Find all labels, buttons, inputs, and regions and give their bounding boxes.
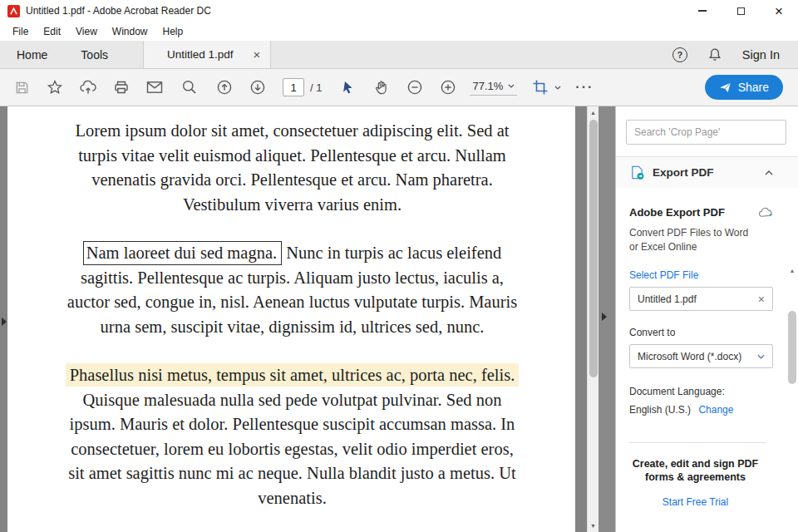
panel-scrollbar[interactable]: ▲ ▼ xyxy=(788,268,796,532)
text-line: Vestibulum viverra varius enim. xyxy=(44,193,540,218)
main-area: Lorem ipsum dolor sit amet, consectetuer… xyxy=(0,106,798,532)
print-icon[interactable] xyxy=(110,76,133,99)
document-language-row: English (U.S.) Change xyxy=(629,404,773,416)
chevron-down-icon xyxy=(508,84,515,88)
crop-tool-chevron-icon[interactable] xyxy=(552,76,564,99)
chevron-down-icon xyxy=(757,354,765,359)
save-icon[interactable] xyxy=(10,76,33,99)
tools-panel: Export PDF Adobe Export PDF Convert PDF … xyxy=(615,106,798,532)
panel-toggle-strip xyxy=(598,106,615,532)
left-pane-toggle[interactable] xyxy=(0,313,7,331)
text-segment: Nunc in turpis ac lacus eleifend xyxy=(282,244,501,262)
adobe-export-pdf-title: Adobe Export PDF xyxy=(629,206,725,219)
sign-in-button[interactable]: Sign In xyxy=(742,48,780,62)
zoom-in-icon[interactable] xyxy=(436,76,460,99)
scroll-up-icon[interactable]: ▲ xyxy=(588,106,598,119)
title-bar: Untitled 1.pdf - Adobe Acrobat Reader DC… xyxy=(0,0,798,22)
panel-scroll-up-icon[interactable]: ▲ xyxy=(788,268,796,273)
menu-bar: File Edit View Window Help xyxy=(0,22,798,41)
menu-edit[interactable]: Edit xyxy=(36,23,68,40)
selection-tool-icon[interactable] xyxy=(337,76,360,99)
tab-document[interactable]: Untitled 1.pdf × xyxy=(143,41,271,68)
zoom-level-value: 77.1% xyxy=(472,80,503,92)
promo-text: Create, edit and sign PDF forms & agreem… xyxy=(629,457,773,484)
convert-format-dropdown[interactable]: Microsoft Word (*.docx) xyxy=(629,344,773,368)
text-line: Nam laoreet dui sed magna. Nunc in turpi… xyxy=(44,241,540,266)
selected-file-chip: Untitled 1.pdf × xyxy=(629,287,773,311)
close-button[interactable]: × xyxy=(760,0,798,22)
menu-window[interactable]: Window xyxy=(105,23,155,40)
export-pdf-icon xyxy=(629,165,645,180)
menu-help[interactable]: Help xyxy=(155,23,191,40)
paragraph-1: Lorem ipsum dolor sit amet, consectetuer… xyxy=(44,119,540,217)
zoom-out-icon[interactable] xyxy=(403,76,426,99)
promo-line: forms & agreements xyxy=(629,470,761,484)
text-line: auctor sed, congue in, nisl. Aenean luct… xyxy=(44,290,540,315)
minimize-button[interactable] xyxy=(683,0,722,22)
export-pdf-panel-body: Adobe Export PDF Convert PDF Files to Wo… xyxy=(616,188,798,508)
text-line: sagittis. Pellentesque ac turpis. Aliqua… xyxy=(44,266,540,291)
document-language-value: English (U.S.) xyxy=(629,404,691,416)
notifications-bell-icon[interactable] xyxy=(707,47,722,62)
tab-tools[interactable]: Tools xyxy=(64,41,125,68)
tab-bar: Home Tools Untitled 1.pdf × ? Sign In xyxy=(0,41,798,69)
previous-page-icon[interactable] xyxy=(213,76,236,99)
remove-file-icon[interactable]: × xyxy=(758,293,765,305)
text-line: consectetuer, lorem eu lobortis egestas,… xyxy=(44,437,540,462)
maximize-icon xyxy=(737,7,745,15)
boxed-annotation-text: Nam laoreet dui sed magna. xyxy=(83,241,282,265)
export-pdf-header-label: Export PDF xyxy=(653,166,714,179)
hand-tool-icon[interactable] xyxy=(370,76,393,99)
close-icon: × xyxy=(775,4,783,18)
star-favorite-icon[interactable] xyxy=(43,76,66,99)
menu-view[interactable]: View xyxy=(68,23,105,40)
tab-close-icon[interactable]: × xyxy=(254,48,261,61)
window-title: Untitled 1.pdf - Adobe Acrobat Reader DC xyxy=(26,5,211,17)
more-tools-icon[interactable]: ··· xyxy=(575,80,594,95)
highlighted-text: Phasellus nisi metus, tempus sit amet, u… xyxy=(66,363,520,387)
pdf-page: Lorem ipsum dolor sit amet, consectetuer… xyxy=(7,106,575,532)
help-icon[interactable]: ? xyxy=(672,47,687,62)
text-line: ipsum. Mauris et dolor. Pellentesque sus… xyxy=(44,412,540,437)
panel-divider xyxy=(629,442,766,443)
selected-file-name: Untitled 1.pdf xyxy=(638,293,697,305)
next-page-icon[interactable] xyxy=(246,76,269,99)
maximize-button[interactable] xyxy=(722,0,760,22)
paragraph-3: Phasellus nisi metus, tempus sit amet, u… xyxy=(44,363,540,510)
start-free-trial-link[interactable]: Start Free Trial xyxy=(629,496,773,508)
pdf-page-content: Lorem ipsum dolor sit amet, consectetuer… xyxy=(7,106,575,510)
select-pdf-file-link[interactable]: Select PDF File xyxy=(629,269,698,281)
tools-search-input[interactable] xyxy=(627,126,786,138)
share-button[interactable]: Share xyxy=(705,75,783,100)
window-controls: × xyxy=(683,0,798,22)
export-pdf-section-header[interactable]: Export PDF xyxy=(616,156,798,188)
change-language-link[interactable]: Change xyxy=(698,404,733,416)
convert-description-line: or Excel Online xyxy=(629,240,773,254)
panel-scrollbar-thumb[interactable] xyxy=(788,311,796,384)
page-number-input[interactable] xyxy=(283,78,304,96)
cloud-upload-icon[interactable] xyxy=(76,76,100,99)
tab-home[interactable]: Home xyxy=(0,41,64,68)
crop-page-tool-icon[interactable] xyxy=(529,76,552,99)
marquee-zoom-icon[interactable] xyxy=(178,76,201,99)
tools-search-box[interactable] xyxy=(626,120,786,145)
tabbar-right-cluster: ? Sign In xyxy=(672,41,798,68)
share-plane-icon xyxy=(719,81,732,94)
tab-document-label: Untitled 1.pdf xyxy=(167,48,234,61)
menu-file[interactable]: File xyxy=(5,23,36,40)
chevron-right-icon xyxy=(2,318,7,326)
document-scrollbar[interactable]: ▲ ▼ xyxy=(587,106,598,532)
scroll-down-icon[interactable]: ▼ xyxy=(588,520,598,532)
text-line: venenatis. xyxy=(44,486,540,511)
minimize-icon xyxy=(698,10,707,12)
convert-description-line: Convert PDF Files to Word xyxy=(629,226,773,240)
cloud-service-icon xyxy=(758,207,773,218)
chevron-up-icon[interactable] xyxy=(765,170,773,175)
adobe-export-pdf-title-row: Adobe Export PDF xyxy=(629,206,773,219)
text-line: venenatis gravida orci. Pellentesque et … xyxy=(44,168,540,193)
zoom-level-dropdown[interactable]: 77.1% xyxy=(470,80,517,96)
email-icon[interactable] xyxy=(143,76,166,99)
promo-line: Create, edit and sign PDF xyxy=(629,457,761,470)
scrollbar-thumb[interactable] xyxy=(589,120,598,377)
right-panel-toggle[interactable] xyxy=(602,313,607,321)
